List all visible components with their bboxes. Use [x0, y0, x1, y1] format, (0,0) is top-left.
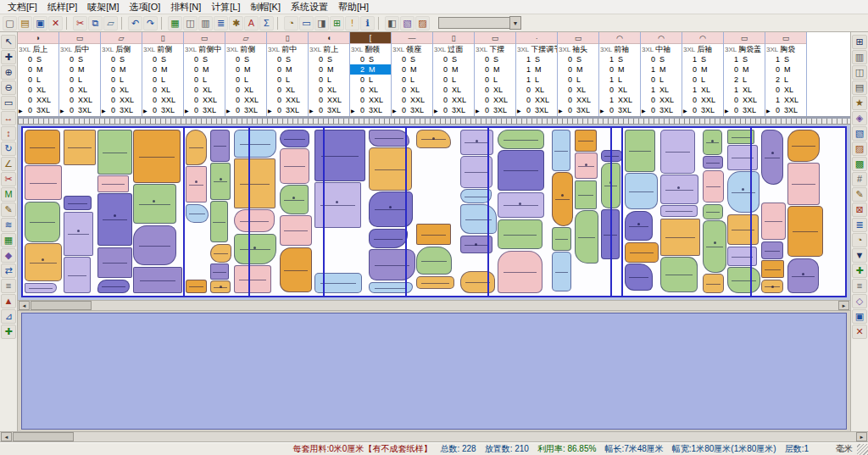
swap-pieces-tool-icon[interactable]: ⇄	[1, 264, 16, 278]
size-quantity-cell[interactable]: ▶03XL	[267, 105, 308, 115]
text-tool-icon[interactable]: A	[244, 16, 259, 31]
pattern-piece[interactable]	[761, 130, 783, 185]
pattern-piece[interactable]	[625, 211, 653, 241]
piece-column[interactable]: ▭3XL前侧中0S0M0L0XL0XXL▶03XL	[184, 32, 225, 116]
menu-item[interactable]: 计算[L]	[206, 0, 245, 14]
piece-name[interactable]: 3XL下摆调节袢	[516, 44, 557, 54]
size-quantity-cell[interactable]: 0L	[101, 75, 142, 85]
size-quantity-cell[interactable]: 0S	[18, 54, 58, 64]
piece-name[interactable]: 3XL翻领	[350, 44, 391, 54]
size-quantity-cell[interactable]: ▶03XL	[599, 105, 640, 115]
size-quantity-cell[interactable]: 0L	[142, 75, 183, 85]
fill-style-b-icon[interactable]: ▨	[852, 141, 867, 156]
piece-thumbnail-icon[interactable]: ▱	[101, 32, 142, 44]
pattern-piece[interactable]	[498, 150, 544, 191]
menu-item[interactable]: 系统设置	[286, 0, 333, 14]
pattern-piece[interactable]	[369, 130, 409, 147]
pattern-piece[interactable]	[25, 283, 57, 293]
delete-piece-icon[interactable]: ⊠	[852, 203, 867, 217]
size-quantity-cell[interactable]: 0XL	[18, 85, 58, 95]
size-quantity-cell[interactable]: ▶03XL	[475, 105, 515, 115]
pattern-piece[interactable]	[727, 267, 760, 293]
piece-column[interactable]: ▱3XL前侧0S0M0L0XL0XXL▶03XL	[225, 32, 267, 116]
fold-marker-icon[interactable]: ◧	[385, 16, 399, 31]
pattern-piece[interactable]	[25, 243, 62, 281]
pattern-piece[interactable]	[97, 175, 129, 192]
copy-icon[interactable]: ⧉	[88, 16, 103, 31]
pattern-piece[interactable]	[703, 156, 723, 169]
shade-fill-icon[interactable]: ▧	[400, 16, 415, 31]
zoom-fit-icon[interactable]: ⊞	[852, 35, 867, 49]
size-quantity-cell[interactable]: 2L	[724, 75, 765, 85]
size-quantity-cell[interactable]: 0XXL	[682, 95, 723, 105]
grid-view-icon[interactable]: ▦	[168, 16, 182, 31]
check-marker-icon[interactable]: !	[345, 16, 359, 31]
piece-thumbnail-icon[interactable]: —	[392, 32, 432, 44]
size-quantity-cell[interactable]: 0M	[433, 64, 474, 75]
marker-hscrollbar[interactable]: ◄ ►	[18, 300, 850, 311]
size-quantity-cell[interactable]: 0XL	[350, 85, 391, 95]
pattern-piece[interactable]	[703, 220, 726, 273]
piece-column[interactable]: ▭3XL胸袋盖1S0M2L1XL0XXL▶03XL	[724, 32, 765, 116]
pattern-match-tool-icon[interactable]: ◆	[1, 248, 16, 263]
size-quantity-cell[interactable]: 0XXL	[392, 95, 432, 105]
size-quantity-cell[interactable]: 0M	[765, 64, 806, 75]
pattern-piece[interactable]	[25, 202, 60, 242]
menu-item[interactable]: 纸样[P]	[42, 0, 82, 14]
piece-thumbnail-icon[interactable]: ▯	[433, 32, 474, 44]
outline-view-icon[interactable]: ◇	[852, 294, 867, 308]
pattern-piece[interactable]	[761, 280, 783, 293]
scroll-right-icon[interactable]: ►	[856, 432, 867, 441]
scroll-left-icon[interactable]: ◄	[1, 432, 12, 441]
split-marker-icon[interactable]: ◨	[314, 16, 329, 31]
size-quantity-cell[interactable]: 1XL	[724, 85, 765, 95]
pattern-piece[interactable]	[703, 130, 722, 155]
piece-name[interactable]: 3XL前侧	[225, 44, 266, 54]
piece-thumbnail-icon[interactable]: ▭	[765, 32, 806, 44]
remove-all-icon[interactable]: ✕	[852, 325, 867, 339]
close-marker-icon[interactable]: ✕	[48, 16, 63, 31]
size-quantity-cell[interactable]: 0M	[599, 64, 640, 75]
size-quantity-cell[interactable]: 1XL	[682, 85, 723, 95]
pattern-piece[interactable]	[133, 267, 182, 293]
chevron-down-icon[interactable]: ▼	[509, 16, 521, 30]
zoom-out-tool-icon[interactable]: ⊖	[1, 80, 16, 95]
pattern-piece[interactable]	[625, 173, 658, 209]
size-quantity-cell[interactable]: 0XXL	[267, 95, 308, 105]
size-quantity-cell[interactable]: 0M	[724, 64, 765, 75]
piece-name[interactable]: 3XL胸袋盖	[724, 44, 765, 54]
paste-icon[interactable]: ▱	[103, 16, 118, 31]
size-quantity-cell[interactable]: 0L	[350, 75, 391, 85]
pattern-piece[interactable]	[761, 260, 784, 278]
pattern-piece[interactable]	[460, 204, 497, 234]
pattern-piece[interactable]	[625, 130, 655, 172]
zoom-in-tool-icon[interactable]: ⊕	[1, 65, 16, 80]
fill-style-a-icon[interactable]: ▧	[852, 126, 867, 141]
size-quantity-cell[interactable]: 1XL	[641, 85, 682, 95]
piece-thumbnail-icon[interactable]: ▭	[59, 32, 100, 44]
pattern-piece[interactable]	[552, 252, 571, 291]
pattern-piece[interactable]	[625, 242, 659, 263]
pattern-piece[interactable]	[234, 209, 275, 232]
pattern-piece[interactable]	[186, 204, 209, 223]
pattern-piece[interactable]	[280, 185, 309, 214]
size-quantity-cell[interactable]: 0XL	[101, 85, 142, 95]
size-quantity-cell[interactable]: 0S	[558, 54, 598, 64]
size-quantity-cell[interactable]: 0L	[309, 75, 349, 85]
cut-piece-tool-icon[interactable]: ✂	[1, 172, 16, 186]
pattern-piece[interactable]	[280, 148, 309, 184]
pattern-piece[interactable]	[460, 271, 495, 293]
size-quantity-cell[interactable]: 0XXL	[350, 95, 391, 105]
size-quantity-cell[interactable]: 0M	[101, 64, 142, 75]
block-nest-icon[interactable]: ◈	[852, 111, 867, 125]
pattern-piece[interactable]	[234, 234, 276, 264]
menu-item[interactable]: 选项[O]	[125, 0, 166, 14]
size-quantity-cell[interactable]: 0XXL	[641, 95, 682, 105]
menu-item[interactable]: 制帽[K]	[246, 0, 286, 14]
pattern-piece[interactable]	[660, 205, 698, 217]
piece-name[interactable]: 3XL前侧中	[184, 44, 225, 54]
pattern-piece[interactable]	[280, 215, 312, 246]
pattern-piece[interactable]	[625, 264, 653, 291]
size-quantity-cell[interactable]: ▶03XL	[309, 105, 349, 115]
pattern-piece[interactable]	[416, 224, 451, 245]
